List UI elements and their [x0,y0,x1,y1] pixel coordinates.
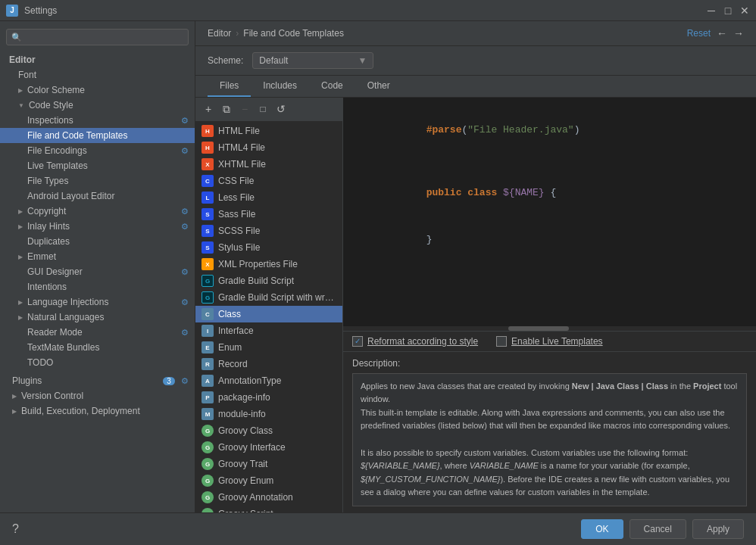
sidebar-item-inlay-hints[interactable]: Inlay Hints ⚙ [0,219,195,234]
content-area: Editor › File and Code Templates Reset ←… [195,21,756,512]
reset-button[interactable]: Reset [687,28,711,39]
help-button[interactable]: ? [12,522,19,536]
sidebar-item-textmate-bundles[interactable]: TextMate Bundles [0,340,195,355]
file-item-interface[interactable]: I Interface [195,322,342,339]
sidebar-item-live-templates[interactable]: Live Templates [0,158,195,173]
sidebar-item-inspections[interactable]: Inspections ⚙ [0,113,195,128]
copy-button[interactable]: ⧉ [218,101,235,117]
tab-includes[interactable]: Includes [251,76,309,97]
sidebar-item-font[interactable]: Font [0,67,195,83]
sidebar-item-intentions[interactable]: Intentions [0,279,195,294]
sidebar-item-plugins[interactable]: Plugins 3 ⚙ [0,373,195,388]
close-button[interactable]: ✕ [739,5,750,16]
code-editor[interactable]: #parse("File Header.java") public class … [343,98,756,326]
tab-code[interactable]: Code [309,76,355,97]
file-item-sass-file[interactable]: S Sass File [195,206,342,223]
file-item-class[interactable]: C Class [195,306,342,322]
forward-button[interactable]: → [733,27,744,39]
search-input[interactable] [25,32,183,42]
sidebar-item-code-style[interactable]: Code Style [0,98,195,113]
sidebar-item-emmet[interactable]: Emmet [0,249,195,264]
scrollbar-thumb[interactable] [508,326,569,331]
sidebar-item-language-injections[interactable]: Language Injections ⚙ [0,294,195,310]
back-button[interactable]: ← [717,27,727,39]
code-line-4: } [355,217,744,264]
file-item-label: Groovy Enum [218,475,273,486]
language-injections-indicator: ⚙ [181,297,189,307]
file-item-xhtml-file[interactable]: X XHTML File [195,156,342,173]
sidebar-item-label: File Types [27,176,68,186]
sidebar-item-android-layout-editor[interactable]: Android Layout Editor [0,188,195,204]
sidebar-item-build-execution[interactable]: Build, Execution, Deployment [0,403,195,419]
file-item-html-file[interactable]: H HTML File [195,123,342,139]
inlay-hints-indicator: ⚙ [181,222,189,232]
reset-template-button[interactable]: ↺ [273,101,289,117]
scss-file-icon: S [201,225,214,237]
file-item-package-info[interactable]: P package-info [195,389,342,406]
sidebar-item-file-encodings[interactable]: File Encodings ⚙ [0,143,195,158]
window-controls: ─ □ ✕ [706,5,750,16]
file-item-stylus-file[interactable]: S Stylus File [195,239,342,256]
file-item-groovy-annotation[interactable]: G Groovy Annotation [195,489,342,506]
desc-text-1: Applies to new Java classes that are cre… [361,382,572,391]
file-item-gradle-build-script-wrap[interactable]: G Gradle Build Script with wrapp [195,289,342,306]
sidebar-item-natural-languages[interactable]: Natural Languages [0,310,195,325]
horizontal-scrollbar[interactable] [343,326,756,331]
tab-files[interactable]: Files [208,76,251,97]
file-item-html4-file[interactable]: H HTML4 File [195,139,342,156]
sidebar-item-copyright[interactable]: Copyright ⚙ [0,204,195,219]
duplicate-button[interactable]: □ [255,101,271,117]
file-item-css-file[interactable]: C CSS File [195,173,342,189]
header-actions: Reset ← → [687,27,744,39]
file-item-groovy-class[interactable]: G Groovy Class [195,422,342,439]
class-file-icon: C [201,308,214,320]
live-templates-checkbox[interactable] [496,336,507,347]
sidebar-item-label: Font [18,70,36,80]
search-box[interactable]: 🔍 [6,29,189,45]
file-item-groovy-script[interactable]: G Groovy Script [195,506,342,512]
reformat-checkbox[interactable]: ✓ [352,336,363,347]
inspections-indicator: ⚙ [181,116,189,126]
file-item-groovy-enum[interactable]: G Groovy Enum [195,472,342,489]
file-item-label: Groovy Class [218,425,273,436]
cancel-button[interactable]: Cancel [629,519,686,539]
file-item-scss-file[interactable]: S SCSS File [195,223,342,239]
file-item-groovy-interface[interactable]: G Groovy Interface [195,439,342,456]
file-item-label: Less File [218,192,255,203]
sidebar-item-todo[interactable]: TODO [0,355,195,370]
file-item-label: AnnotationType [218,375,281,386]
live-templates-checkbox-row[interactable]: Enable Live Templates [496,336,603,347]
tab-other[interactable]: Other [355,76,402,97]
content-header: Editor › File and Code Templates Reset ←… [195,21,756,46]
maximize-button[interactable]: □ [723,5,733,16]
sidebar-item-file-types[interactable]: File Types [0,173,195,188]
sidebar-item-duplicates[interactable]: Duplicates [0,234,195,249]
file-item-module-info[interactable]: M module-info [195,406,342,422]
sidebar-item-file-and-code-templates[interactable]: File and Code Templates [0,128,195,143]
add-button[interactable]: + [200,101,217,117]
scheme-select[interactable]: Default ▼ [252,52,373,69]
file-item-groovy-trait[interactable]: G Groovy Trait [195,456,342,472]
sidebar-item-reader-mode[interactable]: Reader Mode ⚙ [0,325,195,340]
file-item-label: Groovy Interface [218,442,286,453]
ok-button[interactable]: OK [581,519,623,539]
file-item-annotation-type[interactable]: A AnnotationType [195,372,342,389]
file-item-xml-properties-file[interactable]: X XML Properties File [195,256,342,272]
apply-button[interactable]: Apply [692,519,744,539]
file-item-label: Class [218,309,241,319]
file-item-less-file[interactable]: L Less File [195,189,342,206]
minimize-button[interactable]: ─ [706,5,717,16]
breadcrumb-current: File and Code Templates [243,28,344,39]
remove-button[interactable]: − [236,101,253,117]
sidebar-item-version-control[interactable]: Version Control [0,388,195,403]
reformat-checkbox-row[interactable]: ✓ Reformat according to style [352,336,478,347]
bottom-options: ✓ Reformat according to style Enable Liv… [343,331,756,351]
file-item-record[interactable]: R Record [195,356,342,372]
file-item-enum[interactable]: E Enum [195,339,342,356]
sidebar-item-label: Build, Execution, Deployment [21,406,140,416]
file-item-label: SCSS File [218,226,260,236]
less-file-icon: L [201,192,214,204]
file-item-gradle-build-script[interactable]: G Gradle Build Script [195,272,342,289]
sidebar-item-gui-designer[interactable]: GUI Designer ⚙ [0,264,195,279]
sidebar-item-color-scheme[interactable]: Color Scheme [0,83,195,98]
